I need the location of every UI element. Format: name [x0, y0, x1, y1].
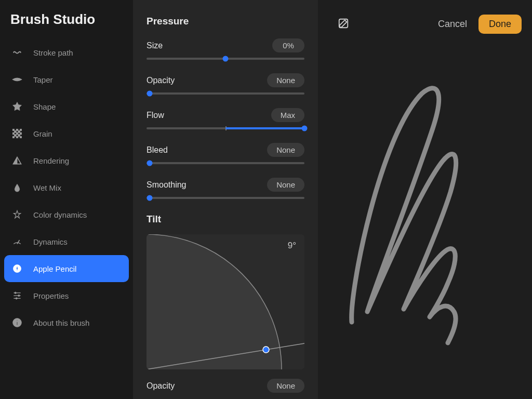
wet-mix-icon	[11, 182, 23, 193]
shape-icon	[11, 101, 23, 112]
slider-track[interactable]	[147, 127, 304, 129]
tilt-graph[interactable]: 9°	[147, 234, 304, 369]
sidebar-item-label: Grain	[33, 129, 52, 138]
svg-rect-6	[16, 132, 18, 135]
slider-opacity: Opacity None	[147, 73, 304, 95]
sidebar-item-label: Rendering	[33, 156, 69, 165]
sidebar-item-dynamics[interactable]: Dynamics	[4, 228, 129, 255]
svg-rect-9	[18, 135, 20, 137]
sidebar-item-rendering[interactable]: Rendering	[4, 147, 129, 174]
svg-point-18	[18, 295, 20, 296]
sidebar-item-stroke-path[interactable]: Stroke path	[4, 39, 129, 66]
brush-preview-stroke	[318, 0, 532, 399]
pressure-section-title: Pressure	[147, 16, 304, 27]
slider-track[interactable]	[147, 197, 304, 199]
grain-icon	[11, 128, 23, 139]
dynamics-icon	[11, 236, 23, 247]
svg-rect-11	[16, 136, 18, 138]
stroke-path-icon	[11, 47, 23, 58]
tilt-opacity-label: Opacity	[147, 381, 175, 391]
sidebar-item-color-dynamics[interactable]: Color dynamics	[4, 201, 129, 228]
slider-size: Size 0%	[147, 38, 304, 60]
settings-panel: Pressure Size 0% Opacity None Flow	[133, 0, 318, 399]
slider-label: Smoothing	[147, 180, 187, 190]
tilt-opacity-row: Opacity None	[147, 379, 304, 393]
preview-panel: Cancel Done	[318, 0, 532, 399]
tilt-section-title: Tilt	[147, 214, 304, 225]
about-icon	[11, 317, 23, 328]
slider-flow: Flow Max	[147, 108, 304, 129]
sidebar: Brush Studio Stroke path Taper Shape	[0, 0, 133, 399]
sidebar-item-properties[interactable]: Properties	[4, 282, 129, 309]
svg-rect-12	[20, 136, 22, 138]
slider-smoothing: Smoothing None	[147, 178, 304, 199]
slider-bleed: Bleed None	[147, 143, 304, 164]
slider-track[interactable]	[147, 58, 304, 60]
svg-rect-1	[16, 129, 18, 131]
svg-point-19	[16, 298, 17, 299]
apple-pencil-icon	[11, 263, 23, 274]
svg-rect-3	[15, 131, 17, 133]
slider-value-pill[interactable]: Max	[271, 108, 304, 122]
svg-rect-10	[12, 136, 15, 138]
color-dynamics-icon	[11, 209, 23, 220]
sidebar-item-label: Shape	[33, 102, 56, 111]
sidebar-item-apple-pencil[interactable]: Apple Pencil	[4, 255, 129, 282]
sidebar-item-label: Color dynamics	[33, 210, 87, 219]
tilt-opacity-value-pill[interactable]: None	[267, 379, 304, 393]
sidebar-list: Stroke path Taper Shape	[0, 39, 133, 336]
sidebar-item-label: Apple Pencil	[33, 264, 76, 273]
svg-rect-5	[12, 132, 15, 135]
sidebar-item-label: Taper	[33, 75, 53, 84]
properties-icon	[11, 290, 23, 301]
sidebar-item-about[interactable]: About this brush	[4, 309, 129, 336]
svg-rect-4	[18, 131, 20, 133]
slider-label: Bleed	[147, 145, 168, 155]
slider-value-pill[interactable]: None	[267, 73, 304, 87]
svg-rect-22	[17, 320, 18, 321]
sidebar-item-shape[interactable]: Shape	[4, 93, 129, 120]
svg-point-17	[15, 292, 16, 294]
tilt-angle-value: 9°	[288, 241, 296, 251]
sidebar-item-label: Properties	[33, 291, 69, 300]
sidebar-item-label: Dynamics	[33, 237, 68, 246]
svg-rect-8	[15, 135, 17, 137]
app-title: Brush Studio	[0, 11, 133, 39]
sidebar-item-wet-mix[interactable]: Wet Mix	[4, 174, 129, 201]
sidebar-item-label: About this brush	[33, 318, 89, 327]
sidebar-item-taper[interactable]: Taper	[4, 66, 129, 93]
svg-rect-2	[20, 129, 22, 131]
slider-value-pill[interactable]: None	[267, 178, 304, 192]
sidebar-item-label: Stroke path	[33, 48, 73, 57]
slider-track[interactable]	[147, 162, 304, 164]
sidebar-item-label: Wet Mix	[33, 183, 61, 192]
sidebar-item-grain[interactable]: Grain	[4, 120, 129, 147]
slider-track[interactable]	[147, 92, 304, 95]
taper-icon	[11, 74, 23, 85]
slider-label: Opacity	[147, 76, 175, 85]
slider-label: Flow	[147, 111, 164, 120]
svg-rect-21	[17, 322, 18, 325]
slider-value-pill[interactable]: None	[267, 143, 304, 157]
slider-value-pill[interactable]: 0%	[272, 38, 304, 52]
rendering-icon	[11, 155, 23, 166]
svg-point-24	[263, 347, 269, 353]
svg-rect-0	[12, 129, 15, 131]
slider-label: Size	[147, 41, 163, 50]
svg-rect-7	[20, 132, 22, 135]
